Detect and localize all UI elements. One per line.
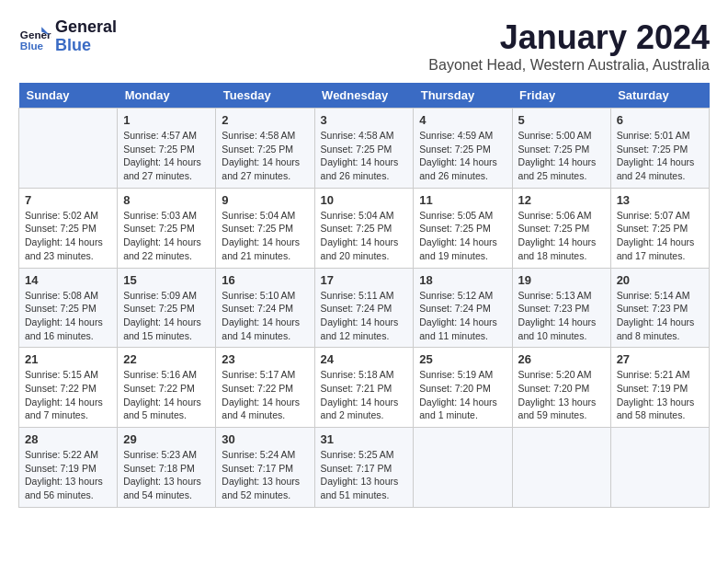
calendar-week-row: 28Sunrise: 5:22 AM Sunset: 7:19 PM Dayli… (19, 428, 710, 508)
calendar-cell (610, 428, 709, 508)
calendar-cell: 12Sunrise: 5:06 AM Sunset: 7:25 PM Dayli… (512, 188, 610, 268)
calendar-cell: 1Sunrise: 4:57 AM Sunset: 7:25 PM Daylig… (118, 109, 216, 189)
logo: General Blue General Blue (18, 18, 117, 55)
day-info: Sunrise: 5:20 AM Sunset: 7:20 PM Dayligh… (518, 368, 605, 422)
day-number: 5 (518, 113, 605, 127)
logo-icon: General Blue (18, 20, 51, 53)
logo-line1: General (55, 18, 117, 37)
calendar-cell: 18Sunrise: 5:12 AM Sunset: 7:24 PM Dayli… (414, 268, 512, 348)
location-title: Bayonet Head, Western Australia, Austral… (428, 57, 710, 74)
calendar-cell: 27Sunrise: 5:21 AM Sunset: 7:19 PM Dayli… (610, 348, 709, 428)
calendar-cell: 5Sunrise: 5:00 AM Sunset: 7:25 PM Daylig… (512, 109, 610, 189)
svg-text:Blue: Blue (20, 39, 44, 51)
calendar-cell: 28Sunrise: 5:22 AM Sunset: 7:19 PM Dayli… (19, 428, 118, 508)
calendar-cell: 23Sunrise: 5:17 AM Sunset: 7:22 PM Dayli… (216, 348, 314, 428)
day-number: 4 (419, 113, 506, 127)
day-info: Sunrise: 5:16 AM Sunset: 7:22 PM Dayligh… (123, 368, 210, 422)
calendar-cell: 9Sunrise: 5:04 AM Sunset: 7:25 PM Daylig… (216, 188, 314, 268)
day-number: 15 (123, 273, 210, 287)
calendar-cell: 15Sunrise: 5:09 AM Sunset: 7:25 PM Dayli… (118, 268, 216, 348)
day-number: 31 (321, 432, 408, 446)
day-number: 20 (617, 273, 703, 287)
calendar-week-row: 14Sunrise: 5:08 AM Sunset: 7:25 PM Dayli… (19, 268, 710, 348)
calendar-cell: 8Sunrise: 5:03 AM Sunset: 7:25 PM Daylig… (118, 188, 216, 268)
day-number: 28 (25, 432, 111, 446)
day-info: Sunrise: 5:08 AM Sunset: 7:25 PM Dayligh… (25, 289, 111, 343)
day-info: Sunrise: 4:59 AM Sunset: 7:25 PM Dayligh… (419, 129, 506, 183)
calendar-cell: 29Sunrise: 5:23 AM Sunset: 7:18 PM Dayli… (118, 428, 216, 508)
calendar-cell (19, 109, 118, 189)
page-header: General Blue General Blue January 2024 B… (18, 18, 710, 74)
day-number: 9 (222, 193, 308, 207)
calendar-cell: 22Sunrise: 5:16 AM Sunset: 7:22 PM Dayli… (118, 348, 216, 428)
calendar-cell: 17Sunrise: 5:11 AM Sunset: 7:24 PM Dayli… (314, 268, 414, 348)
day-number: 16 (222, 273, 308, 287)
day-info: Sunrise: 5:00 AM Sunset: 7:25 PM Dayligh… (518, 129, 605, 183)
calendar-cell: 25Sunrise: 5:19 AM Sunset: 7:20 PM Dayli… (414, 348, 512, 428)
day-number: 2 (222, 113, 308, 127)
day-info: Sunrise: 5:06 AM Sunset: 7:25 PM Dayligh… (518, 209, 605, 263)
calendar-cell: 6Sunrise: 5:01 AM Sunset: 7:25 PM Daylig… (610, 109, 709, 189)
day-info: Sunrise: 5:25 AM Sunset: 7:17 PM Dayligh… (321, 448, 408, 502)
day-info: Sunrise: 5:23 AM Sunset: 7:18 PM Dayligh… (123, 448, 210, 502)
calendar-cell: 2Sunrise: 4:58 AM Sunset: 7:25 PM Daylig… (216, 109, 314, 189)
day-number: 13 (617, 193, 703, 207)
day-info: Sunrise: 5:21 AM Sunset: 7:19 PM Dayligh… (617, 368, 703, 422)
day-info: Sunrise: 5:04 AM Sunset: 7:25 PM Dayligh… (321, 209, 408, 263)
day-number: 8 (123, 193, 210, 207)
day-info: Sunrise: 5:13 AM Sunset: 7:23 PM Dayligh… (518, 289, 605, 343)
day-info: Sunrise: 5:18 AM Sunset: 7:21 PM Dayligh… (321, 368, 408, 422)
day-number: 11 (419, 193, 506, 207)
calendar-cell: 10Sunrise: 5:04 AM Sunset: 7:25 PM Dayli… (314, 188, 414, 268)
day-info: Sunrise: 5:05 AM Sunset: 7:25 PM Dayligh… (419, 209, 506, 263)
title-block: January 2024 Bayonet Head, Western Austr… (428, 18, 710, 74)
day-info: Sunrise: 5:24 AM Sunset: 7:17 PM Dayligh… (222, 448, 308, 502)
calendar-header-row: SundayMondayTuesdayWednesdayThursdayFrid… (19, 83, 710, 109)
calendar-cell: 3Sunrise: 4:58 AM Sunset: 7:25 PM Daylig… (314, 109, 414, 189)
calendar-cell: 14Sunrise: 5:08 AM Sunset: 7:25 PM Dayli… (19, 268, 118, 348)
header-day-monday: Monday (118, 83, 216, 109)
calendar-week-row: 7Sunrise: 5:02 AM Sunset: 7:25 PM Daylig… (19, 188, 710, 268)
day-info: Sunrise: 4:58 AM Sunset: 7:25 PM Dayligh… (321, 129, 408, 183)
day-number: 3 (321, 113, 408, 127)
calendar-cell: 19Sunrise: 5:13 AM Sunset: 7:23 PM Dayli… (512, 268, 610, 348)
day-info: Sunrise: 5:07 AM Sunset: 7:25 PM Dayligh… (617, 209, 703, 263)
day-info: Sunrise: 5:11 AM Sunset: 7:24 PM Dayligh… (321, 289, 408, 343)
calendar-table: SundayMondayTuesdayWednesdayThursdayFrid… (18, 83, 710, 508)
day-info: Sunrise: 4:57 AM Sunset: 7:25 PM Dayligh… (123, 129, 210, 183)
day-number: 6 (617, 113, 703, 127)
calendar-cell (512, 428, 610, 508)
day-info: Sunrise: 5:14 AM Sunset: 7:23 PM Dayligh… (617, 289, 703, 343)
day-number: 23 (222, 352, 308, 366)
day-number: 29 (123, 432, 210, 446)
calendar-cell: 21Sunrise: 5:15 AM Sunset: 7:22 PM Dayli… (19, 348, 118, 428)
day-number: 7 (25, 193, 111, 207)
day-number: 18 (419, 273, 506, 287)
day-number: 22 (123, 352, 210, 366)
calendar-cell: 20Sunrise: 5:14 AM Sunset: 7:23 PM Dayli… (610, 268, 709, 348)
day-info: Sunrise: 5:17 AM Sunset: 7:22 PM Dayligh… (222, 368, 308, 422)
day-info: Sunrise: 5:02 AM Sunset: 7:25 PM Dayligh… (25, 209, 111, 263)
day-info: Sunrise: 5:22 AM Sunset: 7:19 PM Dayligh… (25, 448, 111, 502)
header-day-tuesday: Tuesday (216, 83, 314, 109)
calendar-cell: 7Sunrise: 5:02 AM Sunset: 7:25 PM Daylig… (19, 188, 118, 268)
day-info: Sunrise: 5:12 AM Sunset: 7:24 PM Dayligh… (419, 289, 506, 343)
calendar-cell: 16Sunrise: 5:10 AM Sunset: 7:24 PM Dayli… (216, 268, 314, 348)
day-number: 25 (419, 352, 506, 366)
header-day-wednesday: Wednesday (314, 83, 414, 109)
calendar-week-row: 1Sunrise: 4:57 AM Sunset: 7:25 PM Daylig… (19, 109, 710, 189)
calendar-cell: 30Sunrise: 5:24 AM Sunset: 7:17 PM Dayli… (216, 428, 314, 508)
day-number: 12 (518, 193, 605, 207)
day-info: Sunrise: 5:01 AM Sunset: 7:25 PM Dayligh… (617, 129, 703, 183)
calendar-cell: 13Sunrise: 5:07 AM Sunset: 7:25 PM Dayli… (610, 188, 709, 268)
header-day-thursday: Thursday (414, 83, 512, 109)
day-number: 1 (123, 113, 210, 127)
day-info: Sunrise: 4:58 AM Sunset: 7:25 PM Dayligh… (222, 129, 308, 183)
day-info: Sunrise: 5:09 AM Sunset: 7:25 PM Dayligh… (123, 289, 210, 343)
calendar-cell: 26Sunrise: 5:20 AM Sunset: 7:20 PM Dayli… (512, 348, 610, 428)
day-info: Sunrise: 5:04 AM Sunset: 7:25 PM Dayligh… (222, 209, 308, 263)
day-info: Sunrise: 5:19 AM Sunset: 7:20 PM Dayligh… (419, 368, 506, 422)
day-number: 10 (321, 193, 408, 207)
logo-line2: Blue (55, 37, 117, 55)
calendar-cell (414, 428, 512, 508)
